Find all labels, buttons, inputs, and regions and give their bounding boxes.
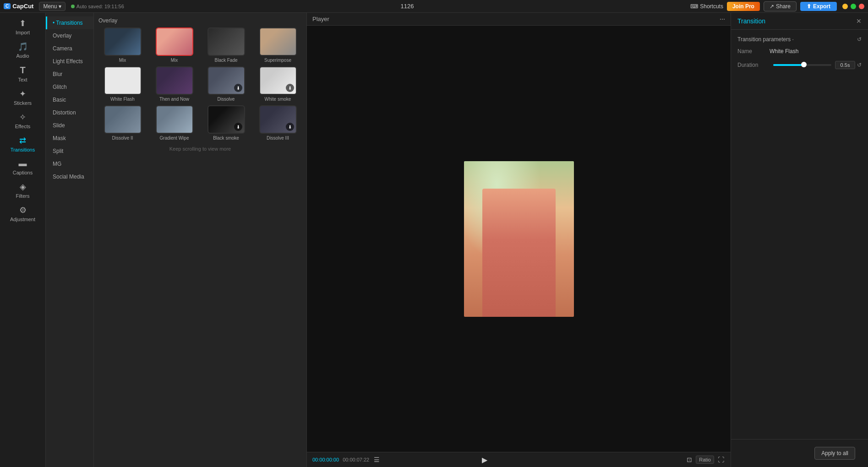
auto-saved-indicator: Auto saved: 19:11:56 xyxy=(71,4,124,9)
cat-social-media[interactable]: Social Media xyxy=(46,170,93,183)
tool-text[interactable]: T Text xyxy=(2,62,44,85)
effects-panel: Transitions Overlay Camera Light Effects… xyxy=(46,13,307,467)
list-icon[interactable]: ☰ xyxy=(373,455,381,464)
cat-distortion[interactable]: Distortion xyxy=(46,106,93,119)
text-icon: T xyxy=(20,65,25,76)
thumb-gradient-wipe xyxy=(156,105,193,134)
item-superimpose[interactable]: Superimpose xyxy=(254,27,302,63)
item-dissolve-ii[interactable]: Dissolve II xyxy=(98,105,147,141)
grid-area: Overlay Mix Mix xyxy=(94,13,306,467)
thumb-superimpose xyxy=(259,27,297,56)
download-badge-wsmoke: ⬇ xyxy=(286,84,294,92)
thumb-then-and-now xyxy=(156,66,193,95)
transitions-label: Transitions xyxy=(11,147,35,152)
cat-camera[interactable]: Camera xyxy=(46,42,93,55)
app-icon: C xyxy=(4,3,11,9)
item-black-smoke[interactable]: ⬇ Black smoke xyxy=(202,105,250,141)
panel-content: Transitions Overlay Camera Light Effects… xyxy=(46,13,306,467)
item-white-smoke[interactable]: ⬇ White smoke xyxy=(254,66,302,102)
right-panel-header: Transition ✕ xyxy=(731,13,868,30)
cat-slide[interactable]: Slide xyxy=(46,119,93,132)
tool-effects[interactable]: ✧ Effects xyxy=(2,109,44,132)
adjustment-icon: ⚙ xyxy=(19,205,27,215)
item-white-flash[interactable]: White Flash xyxy=(98,66,147,102)
item-black-fade[interactable]: Black Fade xyxy=(202,27,250,63)
right-panel: Transition ✕ Transition parameters · ↺ N… xyxy=(731,13,868,467)
tool-stickers[interactable]: ✦ Stickers xyxy=(2,86,44,109)
tool-filters[interactable]: ◈ Filters xyxy=(2,179,44,201)
item-then-and-now-label: Then and Now xyxy=(159,97,189,102)
cat-basic[interactable]: Basic xyxy=(46,93,93,106)
item-dissolve-label: Dissolve xyxy=(218,97,235,102)
cat-split[interactable]: Split xyxy=(46,145,93,157)
fullscreen-icon[interactable]: ⛶ xyxy=(717,455,725,464)
join-pro-button[interactable]: Join Pro xyxy=(727,2,760,11)
item-gradient-wipe-label: Gradient Wipe xyxy=(160,136,189,141)
category-list: Transitions Overlay Camera Light Effects… xyxy=(46,13,94,467)
time-total: 00:00:07:22 xyxy=(343,457,369,462)
cat-blur[interactable]: Blur xyxy=(46,68,93,81)
screenshot-icon[interactable]: ⊡ xyxy=(686,455,693,464)
cat-overlay[interactable]: Overlay xyxy=(46,29,93,42)
minimize-button[interactable] xyxy=(842,4,848,9)
player-header: Player ⋯ xyxy=(307,13,731,26)
thumb-white-flash xyxy=(104,66,142,95)
item-mix2[interactable]: Mix xyxy=(150,27,198,63)
item-mix2-label: Mix xyxy=(171,58,178,63)
right-panel-close[interactable]: ✕ xyxy=(856,17,862,25)
apply-to-all-button[interactable]: Apply to all xyxy=(814,447,855,460)
name-label: Name xyxy=(737,48,770,54)
item-superimpose-label: Superimpose xyxy=(264,58,291,63)
adjustment-label: Adjustment xyxy=(10,217,35,222)
player-menu-dots[interactable]: ⋯ xyxy=(720,16,725,22)
duration-reset-icon[interactable]: ↺ xyxy=(857,62,862,68)
effects-icon: ✧ xyxy=(19,112,26,122)
cat-mask[interactable]: Mask xyxy=(46,132,93,145)
filters-label: Filters xyxy=(16,193,30,199)
project-title: 1126 xyxy=(130,3,685,10)
tool-transitions[interactable]: ⇄ Transitions xyxy=(2,133,44,155)
params-reset-icon[interactable]: ↺ xyxy=(857,36,862,43)
cat-light-effects[interactable]: Light Effects xyxy=(46,55,93,68)
maximize-button[interactable] xyxy=(851,4,856,9)
thumb-dissolve-iii: ⬇ xyxy=(259,105,297,134)
window-controls xyxy=(842,4,864,9)
transitions-icon: ⇄ xyxy=(19,136,26,146)
item-dissolve[interactable]: ⬇ Dissolve xyxy=(202,66,250,102)
params-section-title: Transition parameters · ↺ xyxy=(737,36,862,43)
tool-audio[interactable]: 🎵 Audio xyxy=(2,39,44,61)
item-gradient-wipe[interactable]: Gradient Wipe xyxy=(150,105,198,141)
tool-captions[interactable]: ▬ Captions xyxy=(2,156,44,178)
shortcuts-button[interactable]: ⌨ Shortcuts xyxy=(690,3,723,10)
play-button[interactable]: ▶ xyxy=(482,456,487,464)
item-then-and-now[interactable]: Then and Now xyxy=(150,66,198,102)
player-figure xyxy=(482,189,556,317)
duration-slider-thumb[interactable] xyxy=(801,62,807,67)
ratio-button[interactable]: Ratio xyxy=(696,456,714,464)
item-dissolve-iii-label: Dissolve III xyxy=(267,136,289,141)
duration-value: 0.5s xyxy=(835,61,855,69)
cat-mg[interactable]: MG xyxy=(46,157,93,170)
audio-label: Audio xyxy=(16,53,29,59)
cat-transitions[interactable]: Transitions xyxy=(46,16,93,29)
item-dissolve-iii[interactable]: ⬇ Dissolve III xyxy=(254,105,302,141)
item-mix1[interactable]: Mix xyxy=(98,27,147,63)
import-label: Import xyxy=(16,30,30,35)
share-button[interactable]: ↗ Share xyxy=(764,1,797,11)
tool-import[interactable]: ⬆ Import xyxy=(2,16,44,38)
filters-icon: ◈ xyxy=(20,182,26,192)
export-button[interactable]: ⬆ Export xyxy=(800,2,837,11)
player-controls: 00:00:00:00 00:00:07:22 ☰ ▶ ⊡ Ratio ⛶ xyxy=(307,452,731,467)
menu-button[interactable]: Menu ▾ xyxy=(39,2,65,11)
stickers-label: Stickers xyxy=(14,100,32,106)
thumb-mix2 xyxy=(156,27,193,56)
effects-grid: Mix Mix Black Fade xyxy=(98,27,302,141)
tool-adjustment[interactable]: ⚙ Adjustment xyxy=(2,202,44,225)
transition-title: Transition xyxy=(737,17,765,25)
cat-glitch[interactable]: Glitch xyxy=(46,81,93,93)
app-logo: C CapCut xyxy=(4,3,33,10)
time-current: 00:00:00:00 xyxy=(312,457,339,462)
left-toolbar: ⬆ Import 🎵 Audio T Text ✦ Stickers ✧ Eff… xyxy=(0,13,46,467)
duration-slider-track[interactable] xyxy=(773,64,831,66)
close-button[interactable] xyxy=(859,4,864,9)
